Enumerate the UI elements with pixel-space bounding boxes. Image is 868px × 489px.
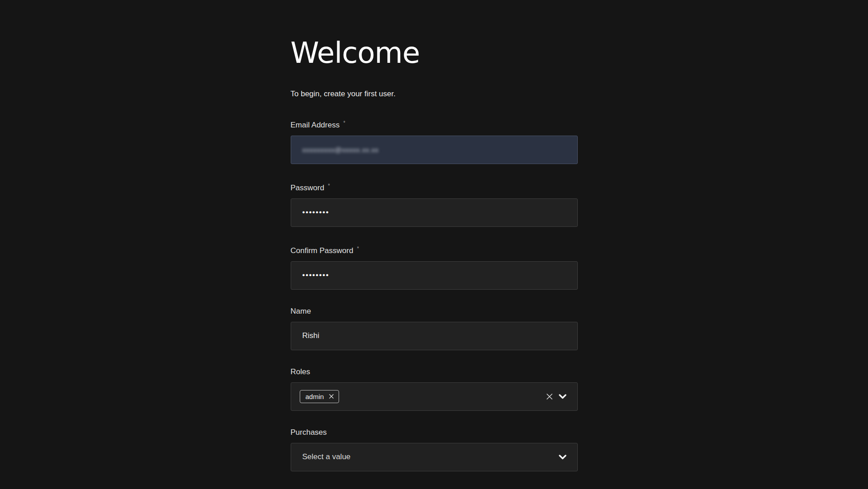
subtitle: To begin, create your first user. [291, 89, 578, 99]
roles-label: Roles [291, 367, 578, 376]
roles-select-controls [546, 393, 566, 400]
chevron-down-icon[interactable] [559, 394, 566, 399]
email-label: Email Address* [291, 118, 578, 130]
password-masked-value: •••••••• [302, 208, 330, 217]
required-mark: * [328, 183, 330, 189]
email-field-group: Email Address* xxxxxxxxx@xxxxx.xx.xx [291, 118, 578, 164]
roles-field-group: Roles admin [291, 367, 578, 411]
password-field-group: Password* •••••••• [291, 181, 578, 227]
purchases-label: Purchases [291, 428, 578, 437]
name-value: Rishi [302, 331, 320, 340]
remove-role-x-icon[interactable] [329, 394, 334, 399]
confirm-password-field-group: Confirm Password* •••••••• [291, 244, 578, 290]
confirm-password-masked-value: •••••••• [302, 271, 330, 280]
required-mark: * [357, 245, 359, 252]
confirm-password-input[interactable]: •••••••• [291, 261, 578, 290]
email-input[interactable]: xxxxxxxxx@xxxxx.xx.xx [291, 136, 578, 164]
required-mark: * [343, 120, 345, 126]
name-field-group: Name Rishi [291, 307, 578, 350]
password-label: Password* [291, 181, 578, 193]
password-input[interactable]: •••••••• [291, 198, 578, 227]
role-chip-label: admin [306, 393, 324, 400]
chevron-down-icon[interactable] [559, 455, 566, 460]
name-label: Name [291, 307, 578, 316]
confirm-password-label: Confirm Password* [291, 244, 578, 255]
email-redacted-value: xxxxxxxxx@xxxxx.xx.xx [302, 146, 379, 154]
roles-select[interactable]: admin [291, 382, 578, 411]
purchases-field-group: Purchases Select a value [291, 428, 578, 471]
clear-value-x-icon[interactable] [546, 393, 553, 400]
name-input[interactable]: Rishi [291, 322, 578, 350]
role-chip-admin[interactable]: admin [300, 390, 340, 403]
purchases-placeholder: Select a value [302, 452, 351, 461]
create-first-user-form: Welcome To begin, create your first user… [291, 0, 578, 489]
purchases-select[interactable]: Select a value [291, 443, 578, 471]
page-title: Welcome [291, 38, 578, 69]
